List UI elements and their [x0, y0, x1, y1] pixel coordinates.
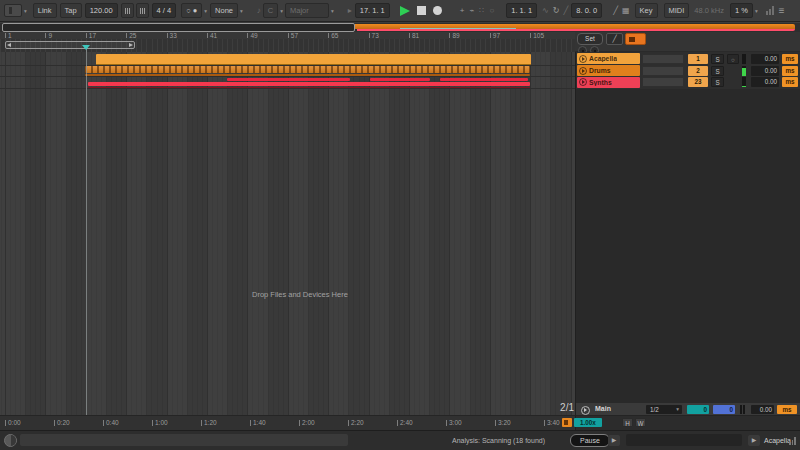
arrangement-loop-button[interactable]: [625, 33, 646, 45]
session-circle-icon[interactable]: ○: [489, 4, 494, 17]
track-name-bar[interactable]: Acapella: [577, 53, 640, 64]
overdub-plus-icon[interactable]: +: [460, 4, 465, 17]
track-device-slot[interactable]: [642, 66, 684, 76]
main-level-meter: [740, 405, 746, 414]
bar-number-label: 33: [167, 33, 177, 38]
audio-clip-synths[interactable]: [440, 78, 528, 82]
punch-in-icon[interactable]: ∿: [542, 4, 549, 17]
optimize-height-button[interactable]: H: [622, 418, 633, 427]
track-number[interactable]: 1: [688, 54, 708, 64]
window-layout-icon[interactable]: [4, 4, 22, 17]
main-pan-slider[interactable]: 0: [687, 405, 709, 414]
record-button[interactable]: [433, 6, 442, 15]
stop-button[interactable]: [417, 6, 426, 15]
scale-name-selector[interactable]: Major: [285, 3, 329, 18]
track-number[interactable]: 2: [688, 66, 708, 76]
chevron-down-icon: ▾: [755, 8, 758, 14]
time-label: 1:00: [152, 420, 168, 426]
arrangement-overview[interactable]: [0, 23, 800, 32]
tempo-field[interactable]: 120.00: [85, 3, 118, 18]
audio-clip-synths[interactable]: [227, 78, 350, 82]
track-level-meter: [742, 54, 746, 64]
metronome-button[interactable]: ○ ●: [181, 3, 202, 18]
punch-out-icon[interactable]: ╱: [564, 4, 569, 17]
audio-clip-synths[interactable]: [370, 78, 430, 82]
track-solo-button[interactable]: S: [711, 77, 724, 87]
time-label: 0:00: [5, 420, 21, 426]
track-play-icon: [579, 55, 587, 63]
playhead-marker-icon[interactable]: [82, 45, 90, 50]
time-signature-field[interactable]: 4 / 4: [152, 3, 177, 18]
overview-viewport-box[interactable]: [2, 23, 355, 32]
preview-progress-field: [626, 434, 742, 446]
chevron-down-icon[interactable]: ▾: [204, 8, 207, 14]
main-output-selector[interactable]: 1/2▾: [646, 405, 682, 414]
hamburger-menu-icon[interactable]: ≡: [779, 4, 785, 17]
midi-map-button[interactable]: MIDI: [664, 3, 690, 18]
nudge-up-button[interactable]: [136, 3, 149, 18]
loop-start-field[interactable]: 1. 1. 1: [506, 3, 537, 18]
punch-dots-icon[interactable]: ∷: [479, 4, 484, 17]
track-delay-value[interactable]: 0.00: [751, 66, 779, 76]
track-name: Drums: [589, 67, 611, 74]
marker-pen-icon[interactable]: ╱: [606, 33, 623, 45]
chevron-down-icon[interactable]: ▾: [240, 8, 243, 14]
resume-icon[interactable]: ▶: [608, 435, 620, 446]
track-device-slot[interactable]: [642, 54, 684, 64]
main-volume-slider[interactable]: 0: [713, 405, 735, 414]
control-bar: ▾ Link Tap 120.00 4 / 4 ○ ● ▾ None ▾ ♪ C…: [0, 0, 800, 22]
playback-speed-field[interactable]: 1.00x: [574, 418, 602, 427]
groove-selector[interactable]: None: [210, 3, 238, 18]
audio-clip-synths[interactable]: [88, 82, 530, 86]
track-header[interactable]: Acapella 1 S ○ 0.00 ms: [576, 53, 800, 64]
main-delay-unit: ms: [777, 405, 797, 414]
zoom-scroll-handle[interactable]: [5, 41, 135, 49]
play-button[interactable]: [400, 6, 410, 16]
audio-clip-acapella[interactable]: [96, 54, 531, 65]
track-header[interactable]: Synths 23 S 0.00 ms: [576, 77, 800, 88]
bar-number-label: 81: [409, 33, 419, 38]
track-solo-button[interactable]: S: [711, 54, 724, 64]
optimize-width-button[interactable]: W: [635, 418, 646, 427]
audio-clip-drums-sub[interactable]: [85, 74, 530, 76]
time-label: 1:20: [201, 420, 217, 426]
track-solo-button[interactable]: S: [711, 66, 724, 76]
audio-clip-synths-sub[interactable]: [88, 87, 530, 89]
computer-midi-keyboard-icon[interactable]: ▦: [622, 4, 630, 17]
time-label: 0:20: [54, 420, 70, 426]
capture-midi-icon[interactable]: ⌁: [469, 4, 474, 17]
main-track-header[interactable]: Main 1/2▾ 0 0 0.00 ms: [575, 403, 800, 416]
track-device-slot[interactable]: [642, 77, 684, 87]
track-delay-value[interactable]: 0.00: [751, 77, 779, 87]
main-delay-value[interactable]: 0.00: [751, 405, 774, 414]
track-delay-value[interactable]: 0.00: [751, 54, 779, 64]
bar-number-label: 49: [247, 33, 257, 38]
loop-length-field[interactable]: 8. 0. 0: [571, 3, 602, 18]
bar-number-label: 97: [490, 33, 500, 38]
track-header-panel: Acapella 1 S ○ 0.00 ms Drums 2 S 0.00 ms: [575, 52, 800, 403]
tempo-follower-icon[interactable]: [562, 418, 572, 427]
link-button[interactable]: Link: [33, 3, 57, 18]
time-label: 3:20: [495, 420, 511, 426]
track-header[interactable]: Drums 2 S 0.00 ms: [576, 65, 800, 76]
time-ruler[interactable]: 0:000:200:401:001:201:402:002:202:403:00…: [0, 415, 575, 430]
loop-toggle-icon[interactable]: ↻: [553, 4, 560, 17]
pause-analysis-button[interactable]: Pause: [570, 434, 610, 447]
chevron-down-icon: ▾: [676, 405, 679, 414]
scale-root-selector[interactable]: C: [263, 3, 278, 18]
nudge-down-button[interactable]: [121, 3, 134, 18]
audio-clip-drums[interactable]: [85, 66, 530, 73]
track-name-bar[interactable]: Synths: [577, 77, 640, 88]
set-locator-button[interactable]: Set: [577, 33, 603, 45]
track-arm-button[interactable]: ○: [727, 54, 739, 64]
tap-tempo-button[interactable]: Tap: [60, 3, 82, 18]
key-map-button[interactable]: Key: [635, 3, 658, 18]
analysis-status-text: Analysis: Scanning (18 found): [452, 437, 545, 444]
preview-play-icon[interactable]: ▶: [748, 435, 760, 446]
draw-mode-icon[interactable]: ╱: [613, 4, 618, 17]
track-name-bar[interactable]: Drums: [577, 65, 640, 76]
chevron-down-icon[interactable]: ▾: [24, 8, 27, 14]
track-number[interactable]: 23: [688, 77, 708, 87]
follow-icon[interactable]: ▸: [348, 4, 352, 17]
arrangement-position-field[interactable]: 17. 1. 1: [355, 3, 390, 18]
